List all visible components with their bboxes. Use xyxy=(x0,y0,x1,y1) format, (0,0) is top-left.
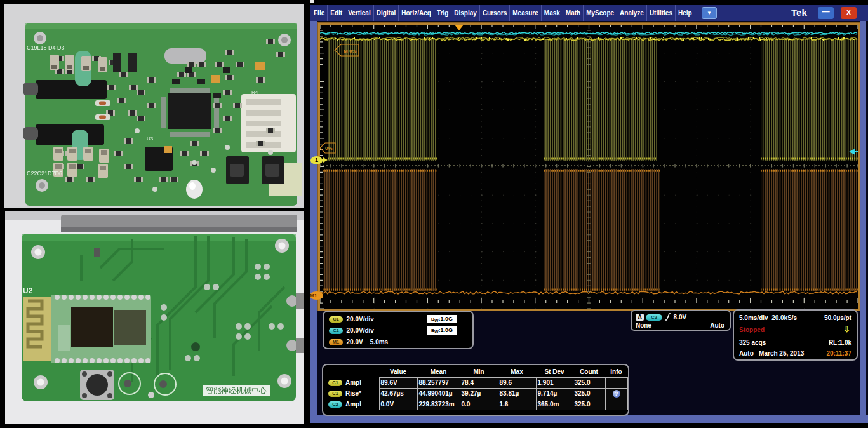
svg-text:M 0%: M 0% xyxy=(344,48,356,54)
svg-text:智能神经机械中心: 智能神经机械中心 xyxy=(206,386,267,395)
svg-text:U2: U2 xyxy=(23,286,33,295)
svg-text:0%: 0% xyxy=(325,145,333,151)
svg-text:R4: R4 xyxy=(251,90,258,95)
svg-text:C19L18 D4 D3: C19L18 D4 D3 xyxy=(27,44,65,51)
svg-text:U3: U3 xyxy=(147,136,154,142)
svg-text:C22C21D7D6: C22C21D7D6 xyxy=(27,170,62,177)
